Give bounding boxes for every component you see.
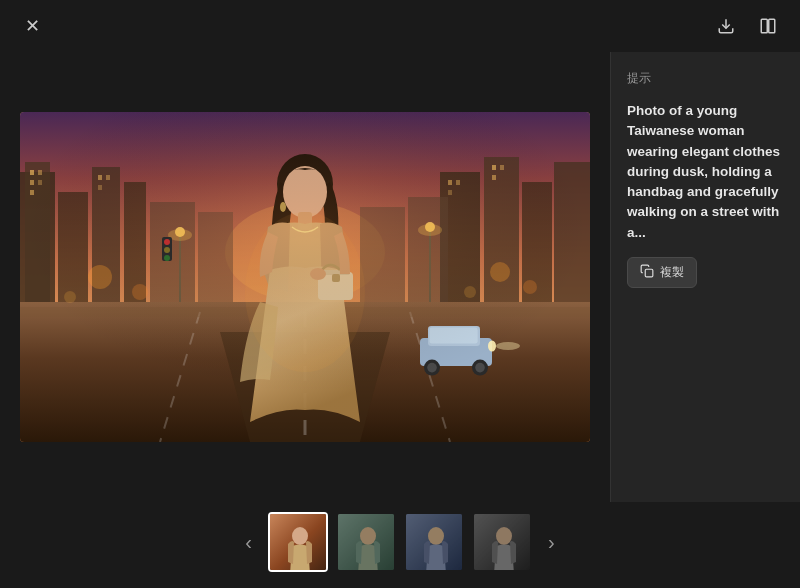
prev-button[interactable]: ‹ <box>237 527 260 558</box>
svg-point-66 <box>64 291 76 303</box>
next-button[interactable]: › <box>540 527 563 558</box>
svg-point-82 <box>496 527 512 545</box>
split-icon <box>759 17 777 35</box>
copy-button[interactable]: 複製 <box>627 257 697 288</box>
close-button[interactable]: ✕ <box>18 12 46 40</box>
svg-point-67 <box>490 262 510 282</box>
svg-point-71 <box>164 239 170 245</box>
thumbnail-4[interactable] <box>472 512 532 572</box>
svg-rect-1 <box>761 19 767 33</box>
download-button[interactable] <box>712 12 740 40</box>
svg-rect-2 <box>769 19 775 33</box>
prompt-text: Photo of a young Taiwanese woman wearing… <box>627 101 784 243</box>
prompt-label: 提示 <box>627 70 784 87</box>
main-content: 提示 Photo of a young Taiwanese woman wear… <box>0 52 800 502</box>
photo-svg <box>20 112 590 442</box>
svg-point-65 <box>132 284 148 300</box>
svg-point-68 <box>523 280 537 294</box>
svg-point-69 <box>464 286 476 298</box>
header: ✕ <box>0 0 800 52</box>
copy-button-label: 複製 <box>660 264 684 281</box>
svg-point-78 <box>360 527 376 545</box>
header-left: ✕ <box>18 12 46 40</box>
thumb-inner-2 <box>338 514 394 570</box>
svg-point-72 <box>164 247 170 253</box>
image-panel <box>0 52 610 502</box>
thumbnail-3[interactable] <box>404 512 464 572</box>
thumbnail-1[interactable] <box>268 512 328 572</box>
svg-rect-74 <box>645 269 653 277</box>
svg-point-64 <box>88 265 112 289</box>
thumb-inner-3 <box>406 514 462 570</box>
svg-point-80 <box>428 527 444 545</box>
download-icon <box>717 17 735 35</box>
close-icon: ✕ <box>25 15 40 37</box>
right-panel: 提示 Photo of a young Taiwanese woman wear… <box>610 52 800 502</box>
thumbnails <box>268 512 532 572</box>
copy-icon <box>640 264 654 281</box>
svg-point-73 <box>164 255 170 261</box>
split-button[interactable] <box>754 12 782 40</box>
svg-point-76 <box>292 527 308 545</box>
thumb-inner-4 <box>474 514 530 570</box>
thumb-inner-1 <box>270 514 326 570</box>
thumbnail-2[interactable] <box>336 512 396 572</box>
main-image <box>20 112 590 442</box>
header-right <box>712 12 782 40</box>
thumbnail-strip: ‹ <box>0 502 800 588</box>
